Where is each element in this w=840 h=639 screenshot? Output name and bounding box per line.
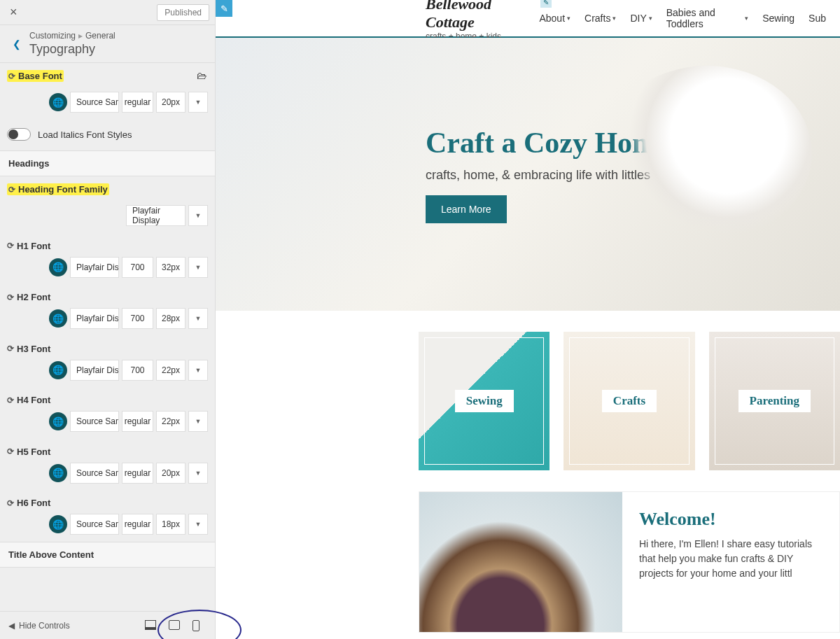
- welcome-title: Welcome!: [639, 509, 825, 530]
- tablet-icon[interactable]: [169, 620, 180, 630]
- h1-font-weight-select[interactable]: 700: [122, 257, 153, 278]
- h3-font-dropdown[interactable]: ▼: [188, 360, 208, 381]
- base-font-dropdown[interactable]: ▼: [188, 92, 208, 113]
- title-above-content-header[interactable]: Title Above Content: [0, 542, 215, 568]
- mobile-icon[interactable]: [192, 620, 200, 631]
- h4-font-weight-select[interactable]: regular: [122, 411, 153, 432]
- reset-icon[interactable]: ⟳: [7, 344, 14, 353]
- nav-sub[interactable]: Sub: [808, 7, 826, 29]
- edit-icon[interactable]: ✎: [540, 0, 552, 8]
- heading-font-family-label: ⟳Heading Font Family: [7, 183, 109, 195]
- h1-font-dropdown[interactable]: ▼: [188, 257, 208, 278]
- card-label: Crafts: [602, 390, 657, 412]
- breadcrumb: Customizing▸General: [29, 31, 115, 41]
- desktop-icon[interactable]: [145, 620, 156, 630]
- reset-icon[interactable]: ⟳: [7, 293, 14, 302]
- published-button[interactable]: Published: [157, 4, 209, 21]
- reset-icon[interactable]: ⟳: [8, 185, 15, 195]
- reset-icon[interactable]: ⟳: [7, 498, 14, 508]
- hide-controls-button[interactable]: ◀ Hide Controls: [8, 621, 70, 631]
- welcome-section: Welcome! Hi there, I'm Ellen! I share ea…: [419, 491, 840, 633]
- site-header: Bellewood Cottage crafts + home + kids ✎…: [216, 0, 840, 38]
- reset-icon[interactable]: ⟳: [7, 395, 14, 405]
- brand: Bellewood Cottage crafts + home + kids ✎: [426, 0, 539, 41]
- globe-icon[interactable]: 🌐: [49, 309, 67, 328]
- h5-font-weight-select[interactable]: regular: [122, 463, 153, 484]
- h4-font-label: ⟳H4 Font: [7, 395, 50, 405]
- nav-about[interactable]: About▾: [539, 7, 570, 29]
- h2-font-dropdown[interactable]: ▼: [188, 308, 208, 329]
- h4-font-size-input[interactable]: 22px: [156, 411, 186, 432]
- h2-font-family-select[interactable]: Playfair Display: [70, 308, 119, 329]
- load-italics-toggle[interactable]: [7, 128, 31, 141]
- h6-font-family-select[interactable]: Source Sans Pro: [70, 514, 119, 535]
- card-label: Sewing: [455, 390, 514, 412]
- nav-babies[interactable]: Babies and Toddlers▾: [666, 7, 748, 29]
- nav-crafts[interactable]: Crafts▾: [584, 7, 616, 29]
- h3-font-family-select[interactable]: Playfair Display: [70, 360, 119, 381]
- base-font-size-input[interactable]: 20px: [156, 92, 186, 113]
- h5-font-dropdown[interactable]: ▼: [188, 463, 208, 484]
- learn-more-button[interactable]: Learn More: [426, 195, 507, 223]
- chevron-left-icon: ◀: [8, 621, 15, 631]
- base-font-family-select[interactable]: Source Sans Pro: [70, 92, 119, 113]
- globe-icon[interactable]: 🌐: [49, 515, 67, 533]
- globe-icon[interactable]: 🌐: [49, 464, 67, 482]
- h3-font-group: ⟳H3 Font 🌐 Playfair Display 700 22px ▼: [0, 336, 215, 388]
- h3-font-size-input[interactable]: 22px: [156, 360, 186, 381]
- globe-icon[interactable]: 🌐: [49, 412, 67, 430]
- heading-font-family-select[interactable]: Playfair Display: [126, 205, 186, 226]
- h2-font-weight-select[interactable]: 700: [122, 308, 153, 329]
- h6-font-size-input[interactable]: 18px: [156, 514, 186, 535]
- reset-icon[interactable]: ⟳: [7, 447, 14, 456]
- sidebar-top-bar: × Published: [0, 0, 215, 25]
- category-cards: Sewing Crafts Parenting: [216, 311, 840, 470]
- nav-diy[interactable]: DIY▾: [630, 7, 652, 29]
- h4-font-group: ⟳H4 Font 🌐 Source Sans Pro regular 22px …: [0, 388, 215, 440]
- chevron-down-icon: ▾: [649, 15, 652, 22]
- base-font-label: ⟳Base Font: [7, 70, 64, 82]
- h3-font-label: ⟳H3 Font: [7, 344, 50, 354]
- globe-icon[interactable]: 🌐: [49, 258, 67, 276]
- base-font-group: ⟳Base Font 🗁 🌐 Source Sans Pro regular 2…: [0, 63, 215, 120]
- h5-font-size-input[interactable]: 20px: [156, 463, 186, 484]
- h1-font-family-select[interactable]: Playfair Display: [70, 257, 119, 278]
- h5-font-group: ⟳H5 Font 🌐 Source Sans Pro regular 20px …: [0, 439, 215, 491]
- breadcrumb-row: ❮ Customizing▸General Typography: [0, 25, 215, 63]
- h4-font-dropdown[interactable]: ▼: [188, 411, 208, 432]
- h6-font-weight-select[interactable]: regular: [122, 514, 153, 535]
- preview-area: ✎ Bellewood Cottage crafts + home + kids…: [216, 0, 840, 639]
- reset-icon[interactable]: ⟳: [8, 71, 15, 81]
- edit-icon[interactable]: ✎: [216, 0, 232, 17]
- h2-font-size-input[interactable]: 28px: [156, 308, 186, 329]
- heading-font-family-dropdown[interactable]: ▼: [188, 205, 208, 226]
- globe-icon[interactable]: 🌐: [49, 361, 67, 379]
- back-arrow[interactable]: ❮: [7, 36, 27, 52]
- globe-icon[interactable]: 🌐: [49, 93, 67, 111]
- hero-subtitle: crafts, home, & embracing life with litt…: [426, 168, 670, 183]
- headings-section-header: Headings: [0, 150, 215, 176]
- main-nav: About▾ Crafts▾ DIY▾ Babies and Toddlers▾…: [539, 7, 826, 29]
- card-label: Parenting: [738, 390, 811, 412]
- customizer-sidebar: × Published ❮ Customizing▸General Typogr…: [0, 0, 216, 639]
- card-sewing[interactable]: Sewing: [419, 332, 550, 470]
- nav-sewing[interactable]: Sewing: [762, 7, 794, 29]
- close-button[interactable]: ×: [6, 3, 22, 21]
- panel-body: ⟳Base Font 🗁 🌐 Source Sans Pro regular 2…: [0, 63, 215, 611]
- folder-icon[interactable]: 🗁: [197, 70, 206, 81]
- card-parenting[interactable]: Parenting: [709, 332, 840, 470]
- reset-icon[interactable]: ⟳: [7, 241, 14, 251]
- h1-font-size-input[interactable]: 32px: [156, 257, 186, 278]
- chevron-down-icon: ▾: [745, 15, 748, 22]
- h6-font-group: ⟳H6 Font 🌐 Source Sans Pro regular 18px …: [0, 491, 215, 542]
- card-crafts[interactable]: Crafts: [564, 332, 694, 470]
- base-font-weight-select[interactable]: regular: [122, 92, 153, 113]
- welcome-image: [419, 492, 622, 632]
- chevron-down-icon: ▾: [567, 15, 570, 22]
- h5-font-family-select[interactable]: Source Sans Pro: [70, 463, 119, 484]
- h6-font-dropdown[interactable]: ▼: [188, 514, 208, 535]
- h2-font-label: ⟳H2 Font: [7, 292, 50, 302]
- load-italics-label: Load Italics Font Styles: [38, 129, 132, 140]
- h4-font-family-select[interactable]: Source Sans Pro: [70, 411, 119, 432]
- h3-font-weight-select[interactable]: 700: [122, 360, 153, 381]
